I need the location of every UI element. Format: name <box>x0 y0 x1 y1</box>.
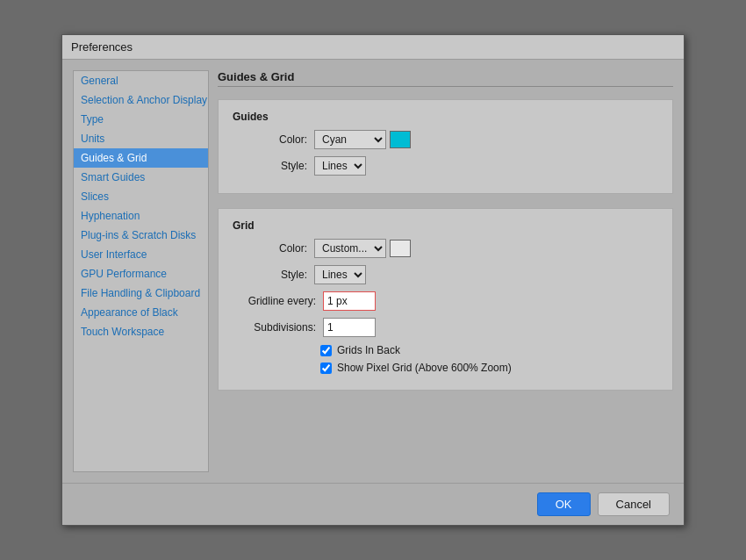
show-pixel-grid-label: Show Pixel Grid (Above 600% Zoom) <box>337 362 512 374</box>
sidebar-item-plugins[interactable]: Plug-ins & Scratch Disks <box>74 226 208 245</box>
sidebar: GeneralSelection & Anchor DisplayTypeUni… <box>73 70 209 472</box>
grids-in-back-checkbox[interactable] <box>320 345 332 356</box>
guides-color-swatch <box>390 131 411 148</box>
guides-color-row: Color: CyanCustom... <box>233 130 658 149</box>
sidebar-item-guides-grid[interactable]: Guides & Grid <box>74 148 208 168</box>
dialog-titlebar: Preferences <box>62 35 684 60</box>
gridline-row: Gridline every: <box>233 291 658 311</box>
grids-in-back-label: Grids In Back <box>337 344 400 356</box>
sidebar-item-appearance-black[interactable]: Appearance of Black <box>74 303 208 322</box>
guides-subtitle: Guides <box>233 111 658 123</box>
grids-in-back-row: Grids In Back <box>320 344 658 356</box>
section-title: Guides & Grid <box>218 70 673 87</box>
guides-style-row: Style: LinesDots <box>233 156 658 176</box>
grid-style-select[interactable]: LinesDots <box>314 265 366 284</box>
guides-color-select[interactable]: CyanCustom... <box>314 130 386 149</box>
dialog-body: GeneralSelection & Anchor DisplayTypeUni… <box>62 60 684 483</box>
sidebar-item-gpu-performance[interactable]: GPU Performance <box>74 264 208 284</box>
dialog-footer: OK Cancel <box>62 483 684 525</box>
grid-panel: Grid Color: Custom...Cyan Style: LinesDo… <box>218 208 673 391</box>
sidebar-item-hyphenation[interactable]: Hyphenation <box>74 206 208 226</box>
gridline-input[interactable] <box>323 291 376 311</box>
main-content: Guides & Grid Guides Color: CyanCustom..… <box>218 70 673 472</box>
grid-color-select[interactable]: Custom...Cyan <box>314 239 386 258</box>
grid-subtitle: Grid <box>233 219 658 232</box>
guides-panel: Guides Color: CyanCustom... Style: Lines… <box>218 99 673 194</box>
sidebar-item-touch-workspace[interactable]: Touch Workspace <box>74 322 208 341</box>
sidebar-item-smart-guides[interactable]: Smart Guides <box>74 168 208 187</box>
cancel-button[interactable]: Cancel <box>598 492 670 516</box>
guides-style-label: Style: <box>233 160 307 172</box>
subdivisions-input[interactable] <box>323 318 376 337</box>
ok-button[interactable]: OK <box>537 492 591 516</box>
subdivisions-row: Subdivisions: <box>233 318 658 337</box>
dialog-title: Preferences <box>71 40 133 54</box>
show-pixel-grid-row: Show Pixel Grid (Above 600% Zoom) <box>320 362 658 374</box>
sidebar-item-units[interactable]: Units <box>74 129 208 148</box>
sidebar-item-general[interactable]: General <box>74 71 208 90</box>
preferences-dialog: Preferences GeneralSelection & Anchor Di… <box>61 34 685 526</box>
sidebar-item-user-interface[interactable]: User Interface <box>74 245 208 264</box>
sidebar-item-slices[interactable]: Slices <box>74 187 208 206</box>
grid-color-swatch <box>390 240 411 257</box>
grid-color-row: Color: Custom...Cyan <box>233 239 658 258</box>
subdivisions-label: Subdivisions: <box>233 321 316 334</box>
sidebar-item-file-handling[interactable]: File Handling & Clipboard <box>74 284 208 303</box>
grid-color-label: Color: <box>233 242 307 255</box>
grid-style-row: Style: LinesDots <box>233 265 658 284</box>
guides-style-select[interactable]: LinesDots <box>314 156 366 176</box>
grid-style-label: Style: <box>233 269 307 281</box>
gridline-label: Gridline every: <box>233 295 316 307</box>
show-pixel-grid-checkbox[interactable] <box>320 363 332 374</box>
guides-color-label: Color: <box>233 133 307 146</box>
sidebar-item-selection-anchor[interactable]: Selection & Anchor Display <box>74 90 208 110</box>
sidebar-item-type[interactable]: Type <box>74 110 208 129</box>
